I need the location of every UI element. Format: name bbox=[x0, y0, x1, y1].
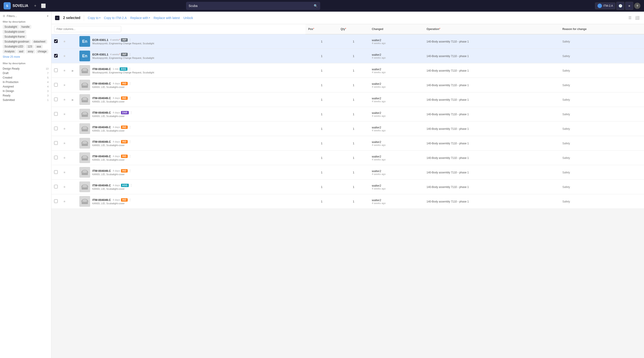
window-button[interactable]: ⬜ bbox=[40, 3, 47, 9]
row-menu-icon[interactable]: ⋮ bbox=[130, 183, 133, 187]
item-code[interactable]: ITM-004049.C bbox=[92, 96, 111, 100]
status-design-ready[interactable]: Design Ready 13 bbox=[3, 67, 48, 71]
item-code[interactable]: ITM-004049.C bbox=[92, 111, 111, 114]
row-menu-icon[interactable]: ⋮ bbox=[130, 111, 133, 114]
star-icon[interactable]: ★ bbox=[63, 185, 66, 189]
row-checkbox[interactable] bbox=[54, 112, 58, 116]
tag-asd[interactable]: asd bbox=[17, 50, 25, 54]
star-icon[interactable]: ★ bbox=[63, 40, 66, 43]
item-code[interactable]: ITM-004049.C bbox=[92, 155, 111, 158]
tag-datasheet[interactable]: datasheet bbox=[32, 40, 47, 44]
copy-to-button[interactable]: Copy to ▾ bbox=[88, 16, 100, 20]
item-code[interactable]: ITM-004049.C bbox=[92, 82, 111, 85]
item-code[interactable]: ITM-004049.C bbox=[92, 126, 111, 129]
item-code[interactable]: ITM-004049.C bbox=[92, 198, 111, 202]
copy-to-itm-button[interactable]: Copy to ITM-2.A bbox=[104, 16, 127, 20]
expand-icon[interactable]: ▶ bbox=[72, 69, 74, 72]
filter-chevron-icon[interactable]: ▾ bbox=[47, 14, 48, 18]
show-more-button[interactable]: Show 25 more bbox=[3, 55, 48, 58]
add-button[interactable]: + bbox=[33, 3, 38, 9]
status-ready[interactable]: Ready 3 bbox=[3, 93, 48, 98]
row-checkbox[interactable] bbox=[54, 156, 58, 159]
star-icon[interactable]: ★ bbox=[63, 112, 66, 116]
replace-with-latest-button[interactable]: Replace with latest bbox=[154, 16, 180, 20]
row-menu-icon[interactable]: ⋮ bbox=[128, 169, 132, 173]
status-draft[interactable]: Draft 7 bbox=[3, 71, 48, 75]
row-checkbox[interactable] bbox=[54, 98, 58, 101]
filter-columns-input[interactable] bbox=[54, 26, 121, 32]
item-header: ITM-004048.C 1 min ASG ⋮ bbox=[92, 67, 154, 71]
tag-handle[interactable]: handle bbox=[20, 25, 31, 29]
unlock-button[interactable]: Unlock bbox=[183, 16, 193, 20]
star-icon[interactable]: ★ bbox=[63, 141, 66, 145]
row-checkbox[interactable] bbox=[54, 185, 58, 188]
item-code[interactable]: ECR-0301.1 bbox=[92, 38, 108, 42]
item-code[interactable]: ITM-004049.C bbox=[92, 184, 111, 187]
item-code[interactable]: ITM-004049.C bbox=[92, 140, 111, 143]
col-qty[interactable]: Qty● bbox=[338, 24, 369, 34]
select-all-checkbox[interactable]: − bbox=[55, 16, 60, 20]
row-menu-icon[interactable]: ⋮ bbox=[128, 140, 132, 143]
row-checkbox[interactable] bbox=[54, 83, 58, 87]
row-menu-icon[interactable]: ⋮ bbox=[128, 53, 132, 56]
tag-analysis[interactable]: Analysis bbox=[3, 50, 16, 54]
status-in-design[interactable]: In Design 3 bbox=[3, 89, 48, 93]
filters-label[interactable]: ⚙ Filters... bbox=[3, 14, 17, 18]
col-pos[interactable]: Pos● bbox=[306, 24, 338, 34]
svg-point-6 bbox=[82, 83, 87, 86]
expand-icon[interactable]: ▶ bbox=[72, 98, 74, 101]
tag-123[interactable]: 123 bbox=[26, 45, 34, 49]
row-checkbox[interactable] bbox=[54, 69, 58, 72]
star-icon[interactable]: ★ bbox=[63, 83, 66, 87]
tag-aaa[interactable]: aaa bbox=[35, 45, 43, 49]
star-icon[interactable]: ★ bbox=[63, 171, 66, 174]
tag-scubalight-led[interactable]: Scubalight-LED bbox=[3, 45, 25, 49]
status-assigned[interactable]: Assigned 4 bbox=[3, 84, 48, 89]
star-button[interactable]: ★ bbox=[625, 2, 633, 10]
row-star-cell: ★ bbox=[60, 49, 69, 63]
star-icon[interactable]: ★ bbox=[63, 69, 66, 72]
row-checkbox[interactable] bbox=[54, 199, 58, 203]
row-menu-icon[interactable]: ⋮ bbox=[128, 198, 132, 202]
layout-icon[interactable]: ⬜ bbox=[634, 15, 640, 21]
tag-scubalight-frame[interactable]: Scubalight-frame bbox=[3, 35, 26, 39]
search-input[interactable] bbox=[189, 4, 314, 8]
app-logo[interactable]: S SOVELIA bbox=[4, 2, 28, 10]
row-checkbox[interactable] bbox=[54, 39, 58, 43]
star-icon[interactable]: ★ bbox=[63, 200, 66, 203]
row-checkbox[interactable] bbox=[54, 54, 58, 58]
row-menu-icon[interactable]: ⋮ bbox=[128, 125, 132, 129]
itm-badge[interactable]: ITM-2.A bbox=[595, 3, 616, 9]
star-icon[interactable]: ★ bbox=[63, 127, 66, 130]
status-created[interactable]: Created 5 bbox=[3, 75, 48, 80]
help-button[interactable]: ? bbox=[634, 3, 640, 9]
row-checkbox[interactable] bbox=[54, 127, 58, 130]
tag-scubalight[interactable]: Scubalight bbox=[3, 25, 19, 29]
row-checkbox[interactable] bbox=[54, 141, 58, 145]
row-menu-icon[interactable]: ⋮ bbox=[128, 67, 132, 71]
star-icon[interactable]: ★ bbox=[63, 98, 66, 101]
item-code[interactable]: ITM-004049.C bbox=[92, 169, 111, 173]
tag-scubalight-goodman[interactable]: Scubalight-goodman bbox=[3, 40, 31, 44]
row-menu-icon[interactable]: ⋮ bbox=[128, 96, 132, 100]
tag-chnage[interactable]: chnage bbox=[36, 50, 48, 54]
tag-scubalight-cover[interactable]: Scubalight-cover bbox=[3, 30, 26, 34]
clock-button[interactable]: 🕐 bbox=[616, 2, 624, 10]
menu-icon[interactable]: ☰ bbox=[628, 15, 632, 21]
replace-with-button[interactable]: Replace with ▾ bbox=[130, 16, 150, 20]
row-menu-icon[interactable]: ⋮ bbox=[128, 154, 132, 158]
item-code[interactable]: ITM-004048.C bbox=[92, 67, 111, 71]
table-row: ★ ITM-004049.C 4 days IND ⋮ bbox=[52, 136, 644, 151]
item-time: 4 days bbox=[113, 155, 120, 158]
item-code[interactable]: ECR-0301.1 bbox=[92, 53, 108, 56]
row-checkbox[interactable] bbox=[54, 170, 58, 174]
star-icon[interactable]: ★ bbox=[63, 156, 66, 160]
row-changed: walter2 4 weeks ago bbox=[369, 194, 424, 209]
star-icon[interactable]: ★ bbox=[63, 54, 66, 58]
row-qty: 1 bbox=[338, 136, 369, 151]
status-in-production[interactable]: In Production 4 bbox=[3, 80, 48, 84]
status-submitted[interactable]: Submitted 1 bbox=[3, 98, 48, 102]
row-menu-icon[interactable]: ⋮ bbox=[128, 82, 132, 85]
row-menu-icon[interactable]: ⋮ bbox=[128, 38, 132, 42]
tag-assy[interactable]: assy bbox=[26, 50, 35, 54]
